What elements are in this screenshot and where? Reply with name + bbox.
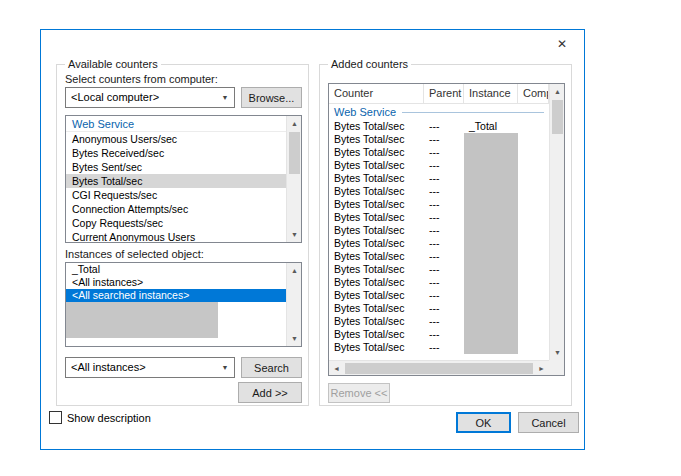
table-cell: ---: [424, 289, 464, 302]
instance-item[interactable]: _Total: [66, 263, 286, 276]
table-cell: [464, 276, 518, 289]
scroll-up-icon[interactable]: ▲: [550, 84, 565, 99]
table-row[interactable]: Bytes Total/sec---: [329, 341, 549, 354]
scrollbar-thumb[interactable]: [552, 100, 563, 134]
counter-item[interactable]: Connection Attempts/sec: [66, 202, 286, 216]
table-hscrollbar[interactable]: ◄ ►: [329, 360, 549, 375]
instance-item[interactable]: <All instances>: [66, 276, 286, 289]
column-header-counter[interactable]: Counter: [329, 84, 424, 103]
table-cell: [518, 250, 549, 263]
remove-button[interactable]: Remove <<: [328, 383, 390, 403]
table-cell: [518, 146, 549, 159]
search-button[interactable]: Search: [241, 357, 302, 378]
scroll-up-icon[interactable]: ▲: [287, 116, 302, 131]
table-cell: [464, 237, 518, 250]
table-cell: [464, 211, 518, 224]
scrollbar-thumb[interactable]: [289, 132, 300, 174]
scrollbar-thumb[interactable]: [345, 363, 533, 374]
table-cell: [464, 302, 518, 315]
instances-scrollbar[interactable]: ▲ ▼: [286, 263, 301, 346]
table-row[interactable]: Bytes Total/sec---: [329, 289, 549, 302]
instance-filter-combobox[interactable]: <All instances> ▼: [65, 357, 235, 378]
counters-group-header[interactable]: Web Service ^: [66, 116, 301, 132]
chevron-down-icon[interactable]: ▼: [217, 89, 233, 106]
table-row[interactable]: Bytes Total/sec---: [329, 224, 549, 237]
table-cell: Bytes Total/sec: [329, 146, 424, 159]
table-cell: Bytes Total/sec: [329, 289, 424, 302]
available-counters-label: Available counters: [65, 58, 161, 70]
table-row[interactable]: Bytes Total/sec---_Total: [329, 120, 549, 133]
counter-item[interactable]: Bytes Total/sec: [66, 174, 286, 188]
counter-item[interactable]: Bytes Received/sec: [66, 146, 286, 160]
table-cell: ---: [424, 250, 464, 263]
counters-group-header-label: Web Service: [72, 118, 134, 130]
added-counters-label: Added counters: [328, 58, 411, 70]
ok-button[interactable]: OK: [456, 412, 511, 433]
added-rows: Bytes Total/sec---_TotalBytes Total/sec-…: [329, 120, 549, 354]
cancel-button[interactable]: Cancel: [518, 412, 579, 433]
table-vscrollbar[interactable]: ▲ ▼: [549, 84, 564, 360]
chevron-down-icon[interactable]: ▼: [217, 359, 233, 376]
titlebar: ✕: [41, 30, 584, 56]
table-row[interactable]: Bytes Total/sec---: [329, 211, 549, 224]
table-cell: ---: [424, 172, 464, 185]
table-cell: [518, 120, 549, 133]
table-row[interactable]: Bytes Total/sec---: [329, 315, 549, 328]
scroll-right-icon[interactable]: ►: [534, 361, 549, 376]
checkbox-box-icon[interactable]: [49, 411, 62, 424]
scroll-left-icon[interactable]: ◄: [329, 361, 344, 376]
table-row[interactable]: Bytes Total/sec---: [329, 185, 549, 198]
counter-item[interactable]: CGI Requests/sec: [66, 188, 286, 202]
table-row[interactable]: Bytes Total/sec---: [329, 159, 549, 172]
table-row[interactable]: Bytes Total/sec---: [329, 328, 549, 341]
counter-item[interactable]: Anonymous Users/sec: [66, 132, 286, 146]
add-counters-dialog: ✕ Available counters Select counters fro…: [40, 29, 585, 450]
table-cell: [518, 211, 549, 224]
table-row[interactable]: Bytes Total/sec---: [329, 250, 549, 263]
column-header-computer[interactable]: Comp: [518, 84, 549, 103]
table-cell: Bytes Total/sec: [329, 263, 424, 276]
browse-button[interactable]: Browse...: [241, 87, 302, 108]
table-cell: [464, 263, 518, 276]
counter-item[interactable]: Copy Requests/sec: [66, 216, 286, 230]
table-header: Counter Parent Instance Comp: [329, 84, 549, 104]
table-row[interactable]: Bytes Total/sec---: [329, 198, 549, 211]
table-cell: Bytes Total/sec: [329, 250, 424, 263]
scroll-up-icon[interactable]: ▲: [287, 263, 302, 278]
table-cell: [518, 133, 549, 146]
table-row[interactable]: Bytes Total/sec---: [329, 172, 549, 185]
counter-item[interactable]: Bytes Sent/sec: [66, 160, 286, 174]
counter-item[interactable]: Current Anonymous Users: [66, 230, 286, 243]
select-computer-label: Select counters from computer:: [65, 73, 218, 85]
computer-combobox[interactable]: <Local computer> ▼: [65, 87, 235, 108]
column-header-parent[interactable]: Parent: [424, 84, 464, 103]
table-cell: Bytes Total/sec: [329, 315, 424, 328]
counters-list: Web Service ^ Anonymous Users/secBytes R…: [65, 115, 302, 243]
table-cell: Bytes Total/sec: [329, 159, 424, 172]
table-row[interactable]: Bytes Total/sec---: [329, 302, 549, 315]
table-cell: ---: [424, 237, 464, 250]
table-cell: [464, 198, 518, 211]
table-cell: [464, 146, 518, 159]
table-row[interactable]: Bytes Total/sec---: [329, 276, 549, 289]
show-description-checkbox[interactable]: Show description: [49, 411, 151, 424]
instance-item[interactable]: <All searched instances>: [66, 289, 286, 302]
table-row[interactable]: Bytes Total/sec---: [329, 237, 549, 250]
table-cell: [464, 224, 518, 237]
available-counters-group: Available counters Select counters from …: [56, 64, 309, 406]
column-header-instance[interactable]: Instance: [464, 84, 518, 103]
table-cell: Bytes Total/sec: [329, 198, 424, 211]
table-cell: [518, 328, 549, 341]
table-row[interactable]: Bytes Total/sec---: [329, 146, 549, 159]
table-row[interactable]: Bytes Total/sec---: [329, 263, 549, 276]
scroll-down-icon[interactable]: ▼: [287, 227, 302, 242]
add-button[interactable]: Add >>: [238, 382, 302, 403]
table-cell: _Total: [464, 120, 518, 133]
counters-scrollbar[interactable]: ▲ ▼: [286, 116, 301, 242]
table-row[interactable]: Bytes Total/sec---: [329, 133, 549, 146]
instances-list: _Total<All instances><All searched insta…: [65, 262, 302, 347]
group-rule: [402, 112, 544, 113]
scroll-down-icon[interactable]: ▼: [287, 331, 302, 346]
close-icon[interactable]: ✕: [548, 34, 576, 54]
scroll-down-icon[interactable]: ▼: [550, 345, 565, 360]
